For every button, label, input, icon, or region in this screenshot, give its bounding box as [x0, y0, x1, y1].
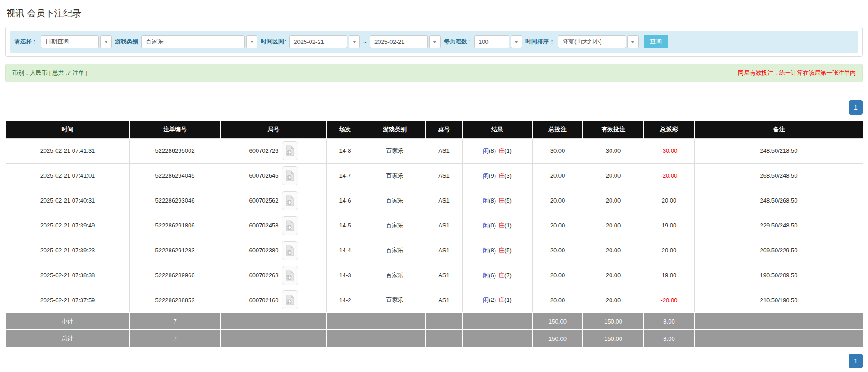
video-file-icon — [286, 245, 295, 256]
game-type-select[interactable]: 百家乐 — [141, 35, 257, 48]
result-player: 闲 — [483, 222, 489, 229]
page-1-button[interactable]: 1 — [849, 354, 863, 368]
cell-empty — [364, 313, 426, 330]
pagination-bottom: 1 — [5, 354, 863, 368]
result-banker-score: (1) — [504, 147, 512, 154]
cell-round-id: 600702562 — [221, 188, 326, 213]
result-banker: 庄 — [499, 247, 504, 254]
cell-empty — [426, 330, 462, 347]
currency-total-text: 币别：人民币 | 总共 :7 注单 | — [12, 69, 87, 77]
subtotal-count: 7 — [129, 313, 221, 330]
result-banker-score: (1) — [504, 222, 512, 229]
page-size-dropdown-button[interactable] — [511, 35, 522, 48]
page-title: 视讯 会员下注纪录 — [6, 7, 868, 19]
cell-session: 14-3 — [326, 263, 364, 288]
cell-round-id: 600702263 — [221, 263, 326, 288]
cell-total-bet[interactable]: 20.00 — [532, 238, 583, 263]
round-id-text: 600702458 — [249, 222, 278, 229]
query-type-label: 请选择： — [14, 38, 38, 46]
sort-value[interactable]: 降冪(由大到小) — [558, 35, 626, 48]
subtotal-valid-bet: 150.00 — [583, 313, 644, 330]
chevron-down-icon — [514, 41, 518, 43]
cell-round-id: 600702160 — [221, 288, 326, 313]
cell-empty — [221, 330, 326, 347]
date-to-value[interactable]: 2025-02-21 — [370, 35, 428, 48]
video-replay-button[interactable] — [282, 191, 298, 210]
cell-result: 闲(8)庄(1) — [462, 138, 532, 163]
chevron-down-icon — [250, 41, 254, 43]
page-size-select[interactable]: 100 — [474, 35, 522, 48]
query-type-value[interactable]: 日期查询 — [41, 35, 99, 48]
cell-empty — [694, 330, 863, 347]
sort-select[interactable]: 降冪(由大到小) — [558, 35, 639, 48]
video-replay-button[interactable] — [282, 141, 298, 160]
date-from-picker[interactable]: 2025-02-21 — [289, 35, 360, 48]
sort-dropdown-button[interactable] — [627, 35, 639, 48]
cell-round-id: 600702726 — [221, 138, 326, 163]
sort-label: 时间排序： — [525, 38, 555, 46]
cell-total-bet[interactable]: 30.00 — [532, 138, 583, 163]
cell-note: 209.50/229.50 — [694, 238, 863, 263]
header-payout: 总派彩 — [644, 121, 694, 138]
cell-total-bet[interactable]: 20.00 — [532, 163, 583, 188]
video-file-icon — [286, 270, 295, 281]
cell-game-type: 百家乐 — [364, 188, 426, 213]
game-type-label: 游戏类别 — [115, 38, 138, 46]
query-type-select[interactable]: 日期查询 — [41, 35, 112, 48]
cell-result: 闲(8)庄(5) — [462, 238, 532, 263]
cell-bet-id: 522286291283 — [129, 238, 221, 263]
result-player: 闲 — [483, 197, 489, 204]
cell-time: 2025-02-21 07:41:01 — [6, 163, 129, 188]
total-row: 总计 7 150.00 150.00 8.00 — [6, 330, 863, 347]
cell-table-no: AS1 — [426, 288, 462, 313]
header-valid-bet: 有效投注 — [583, 121, 644, 138]
cell-note: 229.50/248.50 — [694, 213, 863, 238]
search-button[interactable]: 查询 — [644, 35, 668, 48]
video-file-icon — [286, 145, 295, 156]
round-id-text: 600702726 — [249, 147, 278, 154]
table-row: 2025-02-21 07:40:31 522286293046 6007025… — [6, 188, 863, 213]
cell-total-bet[interactable]: 20.00 — [532, 188, 583, 213]
result-banker: 庄 — [499, 296, 504, 303]
chevron-down-icon — [631, 41, 635, 43]
cell-total-bet[interactable]: 20.00 — [532, 213, 583, 238]
result-player-score: (8) — [489, 247, 496, 254]
subtotal-total-bet: 150.00 — [532, 313, 583, 330]
page-1-button[interactable]: 1 — [849, 100, 863, 115]
cell-bet-id: 522286293046 — [129, 188, 221, 213]
cell-game-type: 百家乐 — [364, 163, 426, 188]
video-replay-button[interactable] — [282, 216, 298, 235]
cell-note: 248.50/218.50 — [694, 138, 863, 163]
result-player: 闲 — [483, 247, 489, 254]
query-type-dropdown-button[interactable] — [100, 35, 112, 48]
cell-bet-id: 522286295002 — [129, 138, 221, 163]
game-type-dropdown-button[interactable] — [246, 35, 257, 48]
page-size-value[interactable]: 100 — [474, 35, 509, 48]
header-time: 时间 — [6, 121, 129, 138]
video-replay-button[interactable] — [282, 290, 298, 309]
cell-total-bet[interactable]: 20.00 — [532, 263, 583, 288]
video-replay-button[interactable] — [282, 266, 298, 285]
header-table-no: 桌号 — [426, 121, 462, 138]
summary-bar: 币别：人民币 | 总共 :7 注单 | 同局有效投注，统一计算在该局第一张注单内 — [5, 64, 863, 82]
video-replay-button[interactable] — [282, 166, 298, 185]
date-from-dropdown-button[interactable] — [349, 35, 360, 48]
date-to-picker[interactable]: 2025-02-21 — [370, 35, 441, 48]
video-replay-button[interactable] — [282, 241, 298, 260]
date-from-value[interactable]: 2025-02-21 — [289, 35, 347, 48]
result-banker: 庄 — [499, 197, 504, 204]
cell-empty — [326, 330, 364, 347]
round-id-text: 600702646 — [249, 172, 278, 179]
cell-note: 248.50/268.50 — [694, 188, 863, 213]
cell-result: 闲(8)庄(5) — [462, 188, 532, 213]
chevron-down-icon — [433, 41, 436, 43]
cell-time: 2025-02-21 07:37:59 — [6, 288, 129, 313]
result-player: 闲 — [483, 172, 489, 179]
cell-total-bet[interactable]: 20.00 — [532, 288, 583, 313]
date-to-dropdown-button[interactable] — [429, 35, 441, 48]
result-player-score: (9) — [489, 172, 496, 179]
game-type-value[interactable]: 百家乐 — [141, 35, 245, 48]
cell-valid-bet: 20.00 — [583, 188, 644, 213]
table-row: 2025-02-21 07:41:01 522286294045 6007026… — [6, 163, 863, 188]
cell-time: 2025-02-21 07:41:31 — [6, 138, 129, 163]
